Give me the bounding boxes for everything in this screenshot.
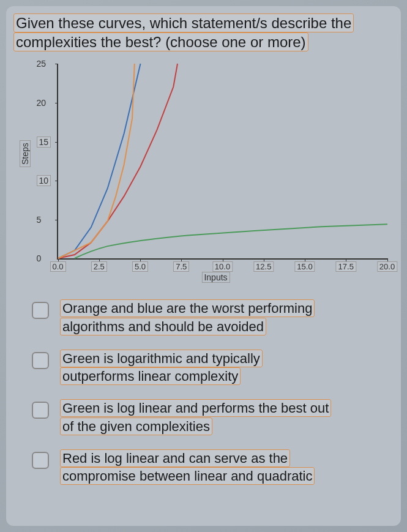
x-tick-7.5: 7.5 [173, 261, 189, 272]
red-curve [58, 64, 177, 258]
x-tick-15: 15.0 [294, 261, 315, 272]
x-tick-10: 10.0 [212, 261, 233, 272]
question-line-1: Given these curves, which statement/s de… [13, 13, 354, 32]
checkbox-4[interactable] [32, 452, 49, 469]
option-1: Orange and blue are the worst performing… [32, 299, 394, 335]
y-tick-25: 25 [37, 59, 47, 69]
complexity-chart: Steps 25 20 15 10 5 0 0.0 2.5 5.0 7.5 10… [14, 58, 394, 284]
x-axis-label: Inputs [201, 272, 230, 283]
x-tick-0: 0.0 [50, 261, 65, 272]
y-axis-label: Steps [20, 141, 31, 168]
answer-options: Orange and blue are the worst performing… [13, 299, 394, 485]
option-3-text: Green is log linear and performs the bes… [60, 399, 331, 435]
x-tick-5: 5.0 [132, 261, 148, 272]
y-tick-15: 15 [37, 137, 51, 148]
y-tick-20: 20 [37, 98, 47, 108]
question-prompt: Given these curves, which statement/s de… [13, 13, 394, 51]
option-4-text: Red is log linear and can serve as the c… [60, 449, 315, 485]
x-tick-17.5: 17.5 [336, 261, 356, 272]
option-2: Green is logarithmic and typically outpe… [32, 350, 394, 386]
blue-curve [58, 64, 141, 258]
checkbox-3[interactable] [32, 402, 49, 419]
x-tick-2.5: 2.5 [91, 261, 107, 272]
question-line-2: complexities the best? (choose one or mo… [13, 32, 308, 51]
checkbox-1[interactable] [32, 302, 49, 319]
orange-curve [58, 64, 135, 258]
x-tick-20: 20.0 [377, 261, 397, 272]
plot-area: 25 20 15 10 5 0 0.0 2.5 5.0 7.5 10.0 12.… [57, 64, 387, 260]
y-tick-10: 10 [37, 175, 51, 186]
y-tick-5: 5 [37, 215, 42, 225]
checkbox-2[interactable] [32, 352, 49, 369]
curves-svg [58, 64, 387, 258]
green-curve [74, 225, 387, 259]
y-tick-0: 0 [37, 253, 42, 263]
x-tick-12.5: 12.5 [253, 261, 274, 272]
question-card: Given these curves, which statement/s de… [6, 6, 401, 526]
option-4: Red is log linear and can serve as the c… [32, 449, 394, 485]
option-3: Green is log linear and performs the bes… [32, 399, 394, 435]
option-2-text: Green is logarithmic and typically outpe… [60, 350, 263, 386]
option-1-text: Orange and blue are the worst performing… [60, 299, 315, 335]
